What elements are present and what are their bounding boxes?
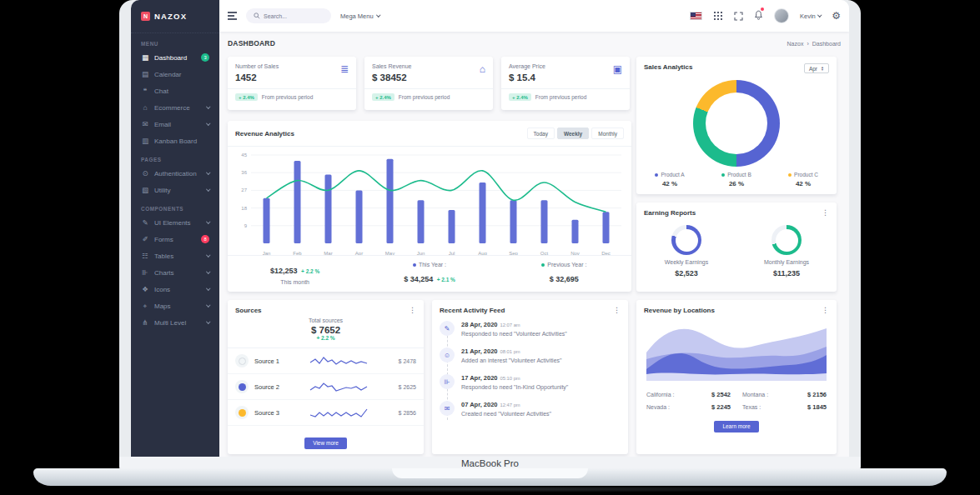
location-label: Nevada : [646, 404, 670, 410]
map-pin-icon: ⌖ [141, 302, 149, 311]
source-logo-icon [235, 354, 249, 368]
location-value: $ 2245 [711, 403, 731, 411]
activity-feed-title: Recent Activity Feed [440, 307, 505, 314]
stat-value: $ 38452 [372, 72, 411, 82]
kebab-menu-icon[interactable]: ⋮ [822, 209, 829, 217]
source-row[interactable]: Source 3$ 2856 [228, 400, 424, 426]
menu-icon[interactable] [228, 12, 237, 20]
location-stat: Texas :$ 1845 [742, 403, 827, 411]
source-row[interactable]: Source 1$ 2478 [228, 348, 424, 374]
sidebar-item-maps[interactable]: ⌖Maps [131, 298, 219, 314]
stat-delta-badge: + 2.4% [509, 93, 531, 101]
sidebar-item-label: Ecommerce [154, 104, 202, 112]
learn-more-button[interactable]: Learn more [714, 421, 758, 432]
mail-icon: ✉ [141, 120, 149, 128]
mega-menu-button[interactable]: Mega Menu [340, 12, 379, 20]
nav-section-title: COMPONENTS [131, 198, 219, 214]
source-row[interactable]: Source 2$ 2625 [228, 374, 424, 400]
kebab-menu-icon[interactable]: ⋮ [613, 307, 621, 314]
legend-label: Product C [770, 172, 837, 178]
svg-text:9: 9 [244, 223, 248, 228]
radial-progress [671, 225, 701, 255]
sidebar-item-icons[interactable]: ❖Icons [131, 281, 219, 298]
fullscreen-icon[interactable] [734, 12, 743, 21]
view-more-button[interactable]: View more [304, 438, 347, 449]
this-year-stat: This Year : $ 34,254 + 2.1 % [362, 262, 496, 285]
feed-body: 17 Apr, 202005:10 pmResponded to need "I… [461, 374, 568, 390]
sidebar-item-charts[interactable]: ⊪Charts [131, 264, 219, 281]
earning-label: Weekly Earnings [665, 259, 708, 265]
sales-analytics-card: Sales Analytics Apr ▲▼ Product A42 %Prod… [636, 57, 837, 194]
legend-dot [655, 173, 658, 177]
bar-chart-icon: ⊪ [440, 374, 455, 389]
user-menu[interactable]: Kevin [800, 12, 821, 20]
sidebar-item-dashboard[interactable]: ▦Dashboard3 [131, 49, 219, 66]
feed-time: 08:01 pm [500, 349, 520, 354]
tab-monthly[interactable]: Monthly [591, 128, 624, 139]
sources-total: Total sources $ 7652 + 2.2 % [228, 314, 424, 348]
chevron-down-icon [206, 270, 210, 274]
legend-dot [788, 173, 792, 177]
topbar: Search... Mega Menu [219, 0, 849, 32]
stat-note: From previous period [262, 94, 313, 100]
month-select[interactable]: Apr ▲▼ [804, 63, 829, 73]
chevron-down-icon [206, 320, 210, 324]
chevron-down-icon [206, 287, 210, 291]
chat-icon: ❝ [141, 87, 149, 95]
sidebar-item-kanban-board[interactable]: ▥Kanban Board [131, 132, 219, 149]
svg-text:45: 45 [241, 152, 247, 158]
stat-value: $ 15.4 [509, 72, 545, 82]
apps-grid-icon[interactable] [713, 11, 723, 21]
earning-value: $2,523 [675, 269, 698, 278]
sidebar-item-ecommerce[interactable]: ⌂Ecommerce [131, 99, 219, 116]
notification-bell-icon[interactable] [754, 8, 763, 23]
sidebar-item-ui-elements[interactable]: ✎UI Elements [131, 214, 219, 231]
sidebar-item-tables[interactable]: ☷Tables [131, 248, 219, 264]
stack-icon: ≣ [340, 63, 349, 82]
briefcase-icon: ▣ [613, 63, 622, 82]
sidebar-item-forms[interactable]: ✐Forms8 [131, 231, 219, 248]
nav-badge: 3 [201, 53, 209, 62]
sidebar-item-utility[interactable]: ▧Utility [131, 182, 219, 198]
tab-today[interactable]: Today [527, 128, 555, 139]
app-logo[interactable]: N NAZOX [131, 0, 219, 33]
chevron-down-icon [206, 122, 210, 126]
earning-item: Monthly Earnings$11,235 [736, 225, 837, 278]
feed-item: ✎28 Apr, 202012:07 amResponded to need "… [440, 321, 621, 337]
chevron-down-icon [206, 105, 210, 109]
sidebar: N NAZOX MENU▦Dashboard3▤Calendar❝Chat⌂Ec… [131, 0, 219, 457]
kebab-menu-icon[interactable]: ⋮ [409, 307, 416, 314]
source-sparkline [289, 380, 388, 393]
tab-weekly[interactable]: Weekly [557, 128, 589, 139]
kebab-menu-icon[interactable]: ⋮ [822, 307, 829, 314]
sidebar-item-authentication[interactable]: ⊙Authentication [131, 165, 219, 182]
sidebar-item-label: Authentication [154, 170, 202, 178]
earning-label: Monthly Earnings [764, 259, 809, 265]
sidebar-item-chat[interactable]: ❝Chat [131, 82, 219, 99]
brush-icon: ❖ [141, 285, 149, 293]
calendar-icon: ▤ [141, 70, 149, 78]
breadcrumb-root[interactable]: Nazox [787, 41, 804, 47]
stat-title: Number of Sales [235, 63, 279, 69]
legend-value: 42 % [636, 180, 703, 188]
legend-dot [541, 263, 545, 267]
source-name: Source 1 [254, 358, 289, 365]
search-input[interactable]: Search... [246, 8, 331, 23]
location-stat: California :$ 2542 [646, 391, 731, 398]
avatar[interactable] [774, 8, 789, 23]
source-value: $ 2856 [388, 410, 416, 416]
legend-value: 42 % [770, 180, 837, 188]
legend-dot [721, 173, 725, 177]
sidebar-item-calendar[interactable]: ▤Calendar [131, 66, 219, 82]
sidebar-item-label: Multi Level [154, 319, 202, 327]
settings-gear-icon[interactable]: ⚙ [832, 10, 841, 22]
sidebar-item-email[interactable]: ✉Email [131, 116, 219, 132]
location-label: Texas : [742, 404, 761, 410]
this-month-stat: $12,253 + 2.2 % This month [228, 262, 362, 285]
location-value: $ 2542 [711, 391, 731, 398]
lock-icon: ⊙ [141, 169, 149, 178]
mail-icon: ✉ [440, 401, 455, 416]
us-flag-icon[interactable] [690, 12, 702, 20]
revenue-locations-title: Revenue by Locations [644, 307, 715, 314]
sidebar-item-multi-level[interactable]: ⋔Multi Level [131, 314, 219, 331]
